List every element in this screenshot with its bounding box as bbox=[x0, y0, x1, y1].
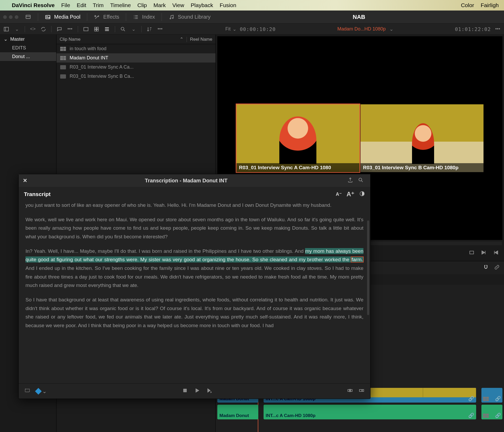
effects-icon bbox=[94, 14, 100, 20]
font-decrease-icon[interactable]: A⁻ bbox=[336, 191, 342, 197]
comment-icon[interactable] bbox=[56, 25, 63, 33]
timeline-audio-clip[interactable]: Madam Donut bbox=[217, 405, 258, 419]
close-icon[interactable]: ✕ bbox=[23, 177, 27, 184]
window-controls[interactable] bbox=[3, 15, 18, 19]
menu-playback[interactable]: Playback bbox=[191, 2, 213, 8]
effects-toggle[interactable]: Effects bbox=[94, 14, 119, 20]
workspace-icon[interactable] bbox=[25, 14, 31, 20]
multicam-icon bbox=[483, 397, 489, 401]
more-icon[interactable]: ••• bbox=[66, 25, 74, 33]
source-timecode[interactable]: 00:00:10:20 bbox=[240, 26, 276, 32]
minimize-window-icon[interactable] bbox=[9, 15, 13, 19]
append-edit-icon[interactable] bbox=[359, 388, 364, 395]
clip-row[interactable]: Madam Donut INT bbox=[56, 53, 215, 63]
chevron-down-icon[interactable]: ⌄ bbox=[13, 25, 20, 33]
next-clip-icon[interactable] bbox=[481, 250, 487, 256]
bin-edits[interactable]: EDITS bbox=[0, 44, 56, 52]
clip-list-header[interactable]: Clip Name ⌃ Reel Name bbox=[56, 35, 215, 44]
chevron-down-icon[interactable]: ⌄ bbox=[130, 25, 137, 33]
play-around-icon[interactable] bbox=[206, 388, 212, 395]
prev-edit-icon[interactable] bbox=[493, 250, 499, 256]
menu-clip[interactable]: Clip bbox=[137, 2, 147, 8]
transcript-paragraph[interactable]: In? Yeah. Well, I have... Maybe, maybe I… bbox=[25, 247, 363, 290]
sort-asc-icon[interactable]: ⌃ bbox=[180, 37, 183, 42]
app-name[interactable]: DaVinci Resolve bbox=[12, 2, 55, 8]
timeline-clip[interactable]: 🔗 bbox=[481, 388, 502, 403]
sort-icon[interactable] bbox=[146, 25, 153, 33]
search-icon[interactable] bbox=[356, 177, 366, 184]
clip-row[interactable]: in touch with food bbox=[56, 44, 215, 53]
chevron-down-icon[interactable]: ⌄ bbox=[389, 26, 393, 32]
menu-color[interactable]: Color bbox=[461, 2, 474, 8]
transcript-paragraph[interactable]: We work, well we live and work here on M… bbox=[25, 215, 363, 241]
menu-fusion[interactable]: Fusion bbox=[220, 2, 236, 8]
svg-point-19 bbox=[359, 178, 362, 181]
transcript-body[interactable]: you just want to sort of like an easy op… bbox=[19, 199, 370, 383]
menu-view[interactable]: View bbox=[172, 2, 184, 8]
transcript-cursor-word[interactable]: farm. bbox=[351, 257, 363, 262]
thumbnail-view-icon[interactable] bbox=[82, 25, 90, 33]
transcript-paragraph[interactable]: you just want to sort of like an easy op… bbox=[25, 201, 363, 210]
link-icon[interactable] bbox=[494, 264, 500, 271]
record-timecode[interactable]: 01:01:22:02 bbox=[455, 26, 491, 32]
zoom-window-icon[interactable] bbox=[15, 15, 18, 19]
contrast-icon[interactable] bbox=[359, 191, 365, 198]
sound-library-icon bbox=[168, 14, 175, 20]
video-clip-icon bbox=[60, 65, 66, 69]
play-icon[interactable] bbox=[194, 388, 200, 395]
refresh-icon[interactable] bbox=[40, 25, 47, 33]
font-increase-icon[interactable]: A⁺ bbox=[347, 191, 354, 198]
snap-icon[interactable] bbox=[483, 264, 489, 271]
multicam-angle-a[interactable]: R03_01 Interview Sync A Cam-HD 1080 bbox=[236, 104, 359, 172]
index-icon bbox=[133, 14, 139, 20]
menu-trim[interactable]: Trim bbox=[93, 2, 104, 8]
chevron-down-icon: ⌄ bbox=[4, 36, 8, 42]
media-pool-toggle[interactable]: Media Pool bbox=[45, 14, 80, 20]
svg-rect-0 bbox=[26, 15, 30, 18]
timeline-audio-clip[interactable]: 🔗 bbox=[481, 405, 502, 419]
viewer-clip-title[interactable]: Madam Do...HD 1080p bbox=[337, 26, 386, 32]
insert-edit-icon[interactable] bbox=[347, 388, 353, 395]
transcription-panel: ✕ Transcription - Madam Donut INT Transc… bbox=[18, 174, 371, 399]
svg-rect-6 bbox=[84, 27, 88, 31]
menu-edit[interactable]: Edit bbox=[77, 2, 86, 8]
svg-rect-10 bbox=[97, 29, 98, 31]
angle-label: R03_01 Interview Sync B Cam-HD 1080p bbox=[361, 163, 484, 172]
svg-rect-12 bbox=[470, 251, 474, 254]
menu-fairlight[interactable]: Fairligh bbox=[481, 2, 499, 8]
more-options-icon[interactable]: ••• bbox=[156, 25, 164, 33]
scrollbar[interactable] bbox=[367, 220, 369, 315]
search-icon[interactable] bbox=[119, 25, 127, 33]
panel-title: Transcription - Madam Donut INT bbox=[27, 178, 345, 184]
svg-rect-5 bbox=[4, 27, 9, 31]
timeline-audio-clip[interactable]: INT...c A Cam-HD 1080p 🔗 bbox=[264, 405, 476, 419]
viewer-options-icon[interactable]: ••• bbox=[494, 25, 501, 33]
export-icon[interactable] bbox=[345, 177, 356, 184]
svg-rect-25 bbox=[359, 389, 362, 391]
clip-row[interactable]: R03_01 Interview Sync A Ca... bbox=[56, 63, 215, 72]
bin-donut[interactable]: Donut ... bbox=[0, 52, 56, 61]
menu-timeline[interactable]: Timeline bbox=[110, 2, 131, 8]
multicam-angle-b[interactable]: R03_01 Interview Sync B Cam-HD 1080p bbox=[361, 104, 484, 172]
nav-arrows-icon[interactable]: <> bbox=[29, 25, 37, 33]
multicam-icon bbox=[60, 47, 66, 51]
transcript-paragraph[interactable]: So I have that background or at least th… bbox=[25, 296, 363, 330]
close-window-icon[interactable] bbox=[3, 15, 7, 19]
viewer-zoom-dropdown[interactable]: Fit ⌄ bbox=[225, 26, 236, 32]
grid-view-icon[interactable] bbox=[93, 25, 100, 33]
stop-icon[interactable] bbox=[182, 388, 188, 395]
svg-point-11 bbox=[121, 27, 124, 30]
match-frame-icon[interactable] bbox=[469, 250, 475, 256]
svg-rect-8 bbox=[97, 27, 98, 29]
index-toggle[interactable]: Index bbox=[133, 14, 155, 20]
marker-dropdown[interactable]: ⌄ bbox=[36, 388, 47, 394]
panel-layout-icon[interactable] bbox=[3, 25, 10, 33]
bin-master[interactable]: ⌄ Master bbox=[0, 35, 56, 44]
sound-library-toggle[interactable]: Sound Library bbox=[168, 14, 211, 20]
menu-mark[interactable]: Mark bbox=[153, 2, 166, 8]
menu-file[interactable]: File bbox=[61, 2, 70, 8]
list-view-icon[interactable] bbox=[103, 25, 111, 33]
clip-row[interactable]: R03_01 Interview Sync B Ca... bbox=[56, 72, 215, 81]
svg-rect-22 bbox=[183, 389, 186, 392]
subclip-icon[interactable] bbox=[24, 388, 30, 395]
